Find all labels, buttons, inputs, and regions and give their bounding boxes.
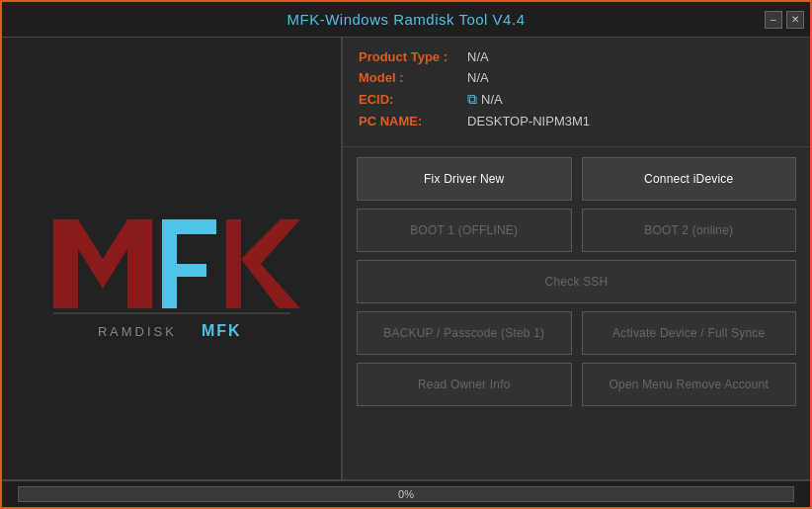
window-title: MFK-Windows Ramdisk Tool V4.4 (287, 11, 526, 28)
status-bar: 0% (2, 479, 810, 507)
ecid-value: N/A (481, 92, 503, 107)
svg-marker-5 (241, 219, 300, 308)
button-row-1: Fix Driver New Connect iDevice (357, 157, 796, 201)
model-row: Model : N/A (359, 70, 794, 85)
info-section: Product Type : N/A Model : N/A ECID: ⧉ N… (343, 38, 810, 147)
svg-rect-3 (162, 264, 206, 277)
mfk-logo: R AMDISK MFK (43, 160, 300, 358)
content-area: R AMDISK MFK Product Type : N/A Model : … (2, 38, 810, 479)
button-row-3: Check SSH (357, 260, 796, 303)
window-controls: – ✕ (765, 11, 804, 29)
pc-name-row: PC NAME: DESKTOP-NIPM3M1 (359, 114, 794, 128)
progress-text: 0% (398, 488, 414, 500)
title-bar: MFK-Windows Ramdisk Tool V4.4 – ✕ (2, 2, 810, 38)
fix-driver-new-button[interactable]: Fix Driver New (357, 157, 572, 201)
right-panel: Product Type : N/A Model : N/A ECID: ⧉ N… (343, 38, 810, 479)
button-row-5: Read Owner Info Open Menu Remove Account (357, 363, 796, 406)
minimize-button[interactable]: – (765, 11, 782, 29)
product-type-label: Product Type : (359, 49, 467, 64)
button-row-4: BACKUP / Passcode (Steb 1) Activate Devi… (357, 311, 796, 355)
logo-area: R AMDISK MFK (43, 160, 300, 358)
left-panel: R AMDISK MFK (2, 38, 343, 479)
svg-text:MFK: MFK (202, 322, 242, 339)
check-ssh-button[interactable]: Check SSH (357, 260, 796, 303)
read-owner-info-button[interactable]: Read Owner Info (357, 363, 572, 406)
progress-container: 0% (18, 486, 793, 502)
copy-ecid-icon[interactable]: ⧉ (467, 91, 477, 108)
boot1-offline-button[interactable]: BOOT 1 (OFFLINE) (357, 209, 572, 252)
main-window: MFK-Windows Ramdisk Tool V4.4 – ✕ (0, 0, 812, 509)
open-menu-remove-account-button[interactable]: Open Menu Remove Account (582, 363, 797, 406)
pc-name-label: PC NAME: (359, 114, 467, 128)
svg-rect-4 (226, 219, 241, 308)
product-type-row: Product Type : N/A (359, 49, 794, 64)
svg-text:AMDISK: AMDISK (110, 324, 177, 339)
product-type-value: N/A (467, 49, 489, 64)
model-label: Model : (359, 70, 467, 85)
buttons-section: Fix Driver New Connect iDevice BOOT 1 (O… (343, 147, 810, 479)
button-row-2: BOOT 1 (OFFLINE) BOOT 2 (online) (357, 209, 796, 252)
ecid-row: ECID: ⧉ N/A (359, 91, 794, 108)
svg-text:R: R (98, 324, 110, 339)
svg-marker-0 (53, 219, 152, 308)
connect-idevice-button[interactable]: Connect iDevice (582, 157, 797, 201)
close-button[interactable]: ✕ (786, 11, 804, 29)
ecid-label: ECID: (359, 92, 467, 107)
svg-rect-2 (162, 219, 216, 234)
backup-passcode-button[interactable]: BACKUP / Passcode (Steb 1) (357, 311, 572, 355)
activate-device-button[interactable]: Activate Device / Full Synce (582, 311, 797, 355)
model-value: N/A (467, 70, 489, 85)
boot2-online-button[interactable]: BOOT 2 (online) (582, 209, 797, 252)
pc-name-value: DESKTOP-NIPM3M1 (467, 114, 590, 128)
